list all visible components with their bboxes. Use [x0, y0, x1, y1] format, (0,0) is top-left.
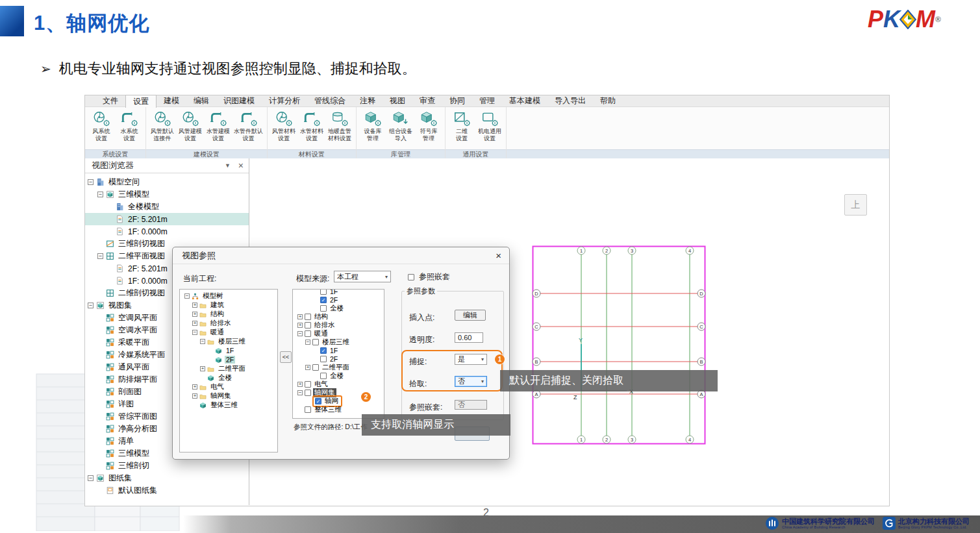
tree-item[interactable]: 2F: 5.201m	[85, 213, 249, 225]
tree-expander[interactable]: +	[192, 384, 197, 390]
snap-select[interactable]: 是▾	[455, 354, 487, 365]
tree-expander[interactable]: +	[192, 393, 197, 399]
floor-heating-coil-material-settings-button[interactable]: 地暖盘管材料设置	[326, 108, 353, 142]
menu-item[interactable]: 管理	[472, 95, 502, 107]
tree-item[interactable]: +二维平面	[182, 364, 277, 373]
duct-material-settings-button[interactable]: 风管材料设置	[270, 108, 297, 142]
menu-item[interactable]: 计算分析	[262, 95, 307, 107]
tree-expander[interactable]: −	[192, 330, 197, 335]
tree-checkbox[interactable]	[305, 381, 311, 388]
tree-item[interactable]: +给排水	[182, 319, 277, 328]
tree-item[interactable]: 全楼	[295, 371, 384, 380]
tree-expander[interactable]: +	[192, 303, 197, 308]
tree-item[interactable]: −暖通	[295, 329, 384, 338]
menu-item[interactable]: 建模	[157, 95, 186, 107]
menu-item[interactable]: 协同	[442, 95, 472, 107]
up-button[interactable]: 上	[844, 194, 867, 216]
tree-expander[interactable]: −	[88, 475, 94, 481]
tree-expander[interactable]: −	[97, 192, 103, 197]
tree-item[interactable]: +结构	[295, 312, 384, 321]
tree-item[interactable]: −模型空间	[85, 176, 249, 188]
transparency-input[interactable]: 0.60	[455, 332, 483, 343]
dialog-close-icon[interactable]: ×	[496, 250, 501, 261]
tree-checkbox[interactable]	[320, 305, 327, 312]
tree-item[interactable]: +轴网集	[182, 391, 277, 401]
panel-close-icon[interactable]: ×	[238, 160, 244, 171]
collapse-button[interactable]: <<	[280, 351, 292, 363]
tree-expander[interactable]: +	[297, 323, 303, 328]
device-library-management-button[interactable]: 设备库管理	[359, 108, 386, 142]
tree-item[interactable]: −图纸集	[85, 472, 249, 484]
menu-item[interactable]: 帮助	[593, 95, 623, 107]
water-system-settings-button[interactable]: 水系统设置	[116, 108, 143, 142]
menu-item[interactable]: 导入导出	[547, 95, 593, 107]
2d-settings-button[interactable]: 二维设置	[448, 108, 475, 142]
tree-item[interactable]: 整体三维	[295, 405, 384, 414]
edit-button[interactable]: 编辑	[455, 310, 486, 321]
tree-checkbox[interactable]	[320, 356, 327, 362]
tree-checkbox[interactable]	[305, 406, 311, 413]
ref-nest-checkbox[interactable]: 参照嵌套	[408, 271, 450, 282]
tree-checkbox[interactable]	[305, 390, 311, 396]
tree-expander[interactable]: −	[88, 179, 94, 185]
menu-item[interactable]: 审查	[412, 95, 442, 107]
tree-checkbox[interactable]	[312, 339, 319, 345]
tree-expander[interactable]: −	[200, 339, 205, 344]
tree-expander[interactable]: −	[184, 293, 190, 299]
tree-expander[interactable]: +	[305, 365, 310, 370]
tree-item[interactable]: 全楼模型	[85, 201, 249, 213]
tree-item[interactable]: −楼层三维	[295, 338, 384, 346]
tree-checkbox[interactable]	[320, 289, 327, 295]
tree-expander[interactable]: +	[192, 312, 197, 317]
tree-expander[interactable]: +	[200, 366, 205, 371]
menu-item[interactable]: 视图	[383, 95, 412, 107]
tree-item[interactable]: +给排水	[295, 321, 384, 329]
tree-checkbox[interactable]	[305, 330, 311, 337]
tree-checkbox[interactable]: ✓	[320, 297, 327, 303]
tree-expander[interactable]: +	[192, 321, 197, 326]
symbol-library-management-button[interactable]: 符号库管理	[415, 108, 442, 142]
menu-item[interactable]: 编辑	[186, 95, 216, 107]
duct-modeling-settings-button[interactable]: 风管建模设置	[177, 108, 204, 142]
tree-expander[interactable]: −	[297, 390, 303, 395]
tree-expander[interactable]: +	[297, 382, 303, 387]
tree-item[interactable]: 整体三维	[182, 401, 277, 410]
tree-item[interactable]: 三维剖切	[85, 460, 249, 472]
pipe-modeling-settings-button[interactable]: 水管建模设置	[205, 108, 232, 142]
model-source-select[interactable]: 本工程▾	[334, 271, 391, 282]
tree-item[interactable]: 2F	[182, 355, 277, 364]
tree-checkbox[interactable]	[305, 314, 311, 320]
tree-item[interactable]: +电气	[295, 380, 384, 388]
menu-item[interactable]: 识图建模	[216, 95, 262, 107]
tree-item[interactable]: 2F	[295, 354, 384, 363]
tree-item[interactable]: +二维平面	[295, 363, 384, 371]
tree-item[interactable]: +建筑	[182, 301, 277, 310]
tree-expander[interactable]: +	[297, 314, 303, 319]
tree-item[interactable]: 全楼	[295, 304, 384, 312]
mep-general-settings-button[interactable]: 机电通用设置	[476, 108, 503, 142]
tree-checkbox[interactable]	[320, 373, 327, 379]
tree-checkbox[interactable]	[305, 322, 311, 328]
tree-expander[interactable]: −	[297, 331, 303, 336]
pipe-fitting-default-settings-button[interactable]: 水管件默认设置	[232, 108, 264, 142]
panel-dropdown-icon[interactable]: ▼	[225, 162, 231, 169]
menu-item[interactable]: 管线综合	[307, 95, 353, 107]
tree-checkbox[interactable]: ✓	[315, 398, 321, 404]
tree-expander[interactable]: −	[88, 303, 94, 308]
tree-item[interactable]: 1F	[295, 289, 384, 295]
tree-item[interactable]: 1F	[182, 346, 277, 355]
fan-system-settings-button[interactable]: 风系统设置	[88, 108, 115, 142]
duct-default-connector-button[interactable]: 风管默认连接件	[149, 108, 176, 142]
tree-item[interactable]: +电气	[182, 382, 277, 391]
tree-expander[interactable]: −	[305, 340, 310, 345]
tree-item[interactable]: −模型树	[182, 291, 277, 301]
combined-device-import-button[interactable]: 组合设备导入	[387, 108, 414, 142]
pick-select[interactable]: 否▾	[455, 376, 487, 387]
tree-item[interactable]: 全楼	[182, 373, 277, 382]
tree-item[interactable]: −暖通	[182, 328, 277, 337]
menu-item[interactable]: 文件	[95, 95, 125, 107]
dialog-titlebar[interactable]: 视图参照 ×	[173, 247, 509, 264]
tree-item[interactable]: −楼层三维	[182, 337, 277, 346]
checkbox-box[interactable]	[408, 274, 414, 280]
tree-checkbox[interactable]	[312, 364, 319, 371]
